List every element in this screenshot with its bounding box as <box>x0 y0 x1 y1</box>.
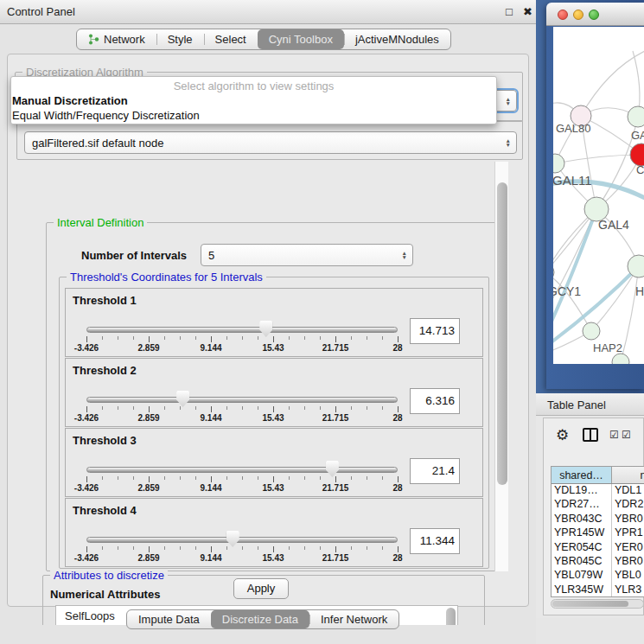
tab-label: Select <box>215 33 246 46</box>
table-row[interactable]: YBL079WYBL0 <box>552 569 644 583</box>
panel-title: Control Panel <box>7 5 75 18</box>
threshold-slider-thumb[interactable] <box>259 321 272 337</box>
tab-label: Infer Network <box>321 613 387 626</box>
numerical-attributes-label: Numerical Attributes <box>50 588 160 601</box>
slider-tick-labels: -3.4262.8599.14415.4321.71528 <box>86 413 398 424</box>
threshold-slider-track[interactable] <box>86 397 398 403</box>
tab-label: jActiveMNodules <box>355 33 439 46</box>
tab-jactivemnodules[interactable]: jActiveMNodules <box>344 29 450 49</box>
threshold-box-1: Threshold 1-3.4262.8599.14415.4321.71528… <box>65 288 483 357</box>
bottom-tab-impute-data[interactable]: Impute Data <box>127 610 211 628</box>
node-label-gal4: GAL4 <box>598 218 629 232</box>
gal11-node[interactable] <box>553 154 564 173</box>
threshold-value-field[interactable]: 11.344 <box>410 528 460 554</box>
slider-tick-labels: -3.4262.8599.14415.4321.71528 <box>86 553 398 564</box>
table-row[interactable]: YBR043CYBR0 <box>552 513 644 526</box>
combo-arrows-icon: ▲▼ <box>402 251 407 259</box>
table-hscrollbar-thumb[interactable] <box>552 601 628 607</box>
algorithm-hint-text: Select algorithm to view settings <box>11 80 496 92</box>
slider-ticks <box>86 406 398 413</box>
top-tab-strip: NetworkStyleSelectCyni ToolboxjActiveMNo… <box>76 29 451 50</box>
slider-ticks <box>86 546 398 553</box>
table-data-groupbox: Table Data galFiltered.sif default node … <box>16 120 523 160</box>
column-header-2[interactable]: na <box>612 467 644 483</box>
slider-ticks <box>86 476 398 483</box>
thresholds-groupbox: Threshold's Coordinates for 5 Intervals … <box>59 277 489 569</box>
algorithm-option-equal-width-frequency-discretization[interactable]: Equal Width/Frequency Discretization <box>11 108 494 123</box>
table-cell: YLR345W <box>552 583 612 597</box>
tab-style[interactable]: Style <box>156 29 204 49</box>
table-row[interactable]: YER054CYER0 <box>552 541 644 555</box>
table-panel-titlebar: Table Panel <box>536 393 644 416</box>
node-label-gal11: GAL11 <box>553 173 592 188</box>
table-cell: YDL19… <box>552 484 612 498</box>
tab-cyni-toolbox[interactable]: Cyni Toolbox <box>258 29 344 49</box>
control-panel-titlebar: Control Panel □ ✖ <box>0 0 536 24</box>
threshold-slider-thumb[interactable] <box>176 391 189 407</box>
column-header-1[interactable]: shared… <box>552 467 612 483</box>
settings-scrollbar-thumb[interactable] <box>497 182 507 485</box>
bottom-tab-infer-network[interactable]: Infer Network <box>309 610 399 628</box>
select-checkbox-icon[interactable]: ☑ <box>609 429 619 441</box>
minimize-traffic-icon[interactable] <box>573 10 583 20</box>
close-panel-icon[interactable]: ✖ <box>523 5 532 18</box>
attributes-group-title: Attributes to discretize <box>50 569 168 582</box>
table-cell: YLR3 <box>612 583 644 597</box>
top-right-node[interactable] <box>628 106 644 127</box>
table-panel-body: ⚙ ☑ ☑ shared…na YDL19…YDL1YDR27…YDR2YBR0… <box>543 418 644 615</box>
algorithm-option-manual-discretization[interactable]: Manual Discretization <box>11 93 494 108</box>
table-cell: YPR145W <box>552 526 612 540</box>
gear-icon[interactable]: ⚙ <box>556 426 569 444</box>
node-label-h: H <box>635 284 644 298</box>
threshold-slider-track[interactable] <box>86 537 398 543</box>
apply-button[interactable]: Apply <box>233 578 289 599</box>
settings-scroll-viewport: Interval Definition Number of Intervals … <box>20 214 506 625</box>
zoom-traffic-icon[interactable] <box>589 10 599 20</box>
threshold-box-2: Threshold 2-3.4262.8599.14415.4321.71528… <box>65 358 483 427</box>
threshold-value-field[interactable]: 14.713 <box>410 318 460 344</box>
tab-label: Cyni Toolbox <box>269 33 333 46</box>
node-label-ga: GA <box>631 129 644 142</box>
threshold-slider-track[interactable] <box>86 327 398 333</box>
float-window-icon[interactable]: □ <box>506 5 513 18</box>
table-cell: YER054C <box>552 541 612 555</box>
tab-label: Discretize Data <box>222 613 298 626</box>
node-label-gal80: GAL80 <box>556 122 590 135</box>
close-traffic-icon[interactable] <box>558 10 568 20</box>
table-row[interactable]: YPR145WYPR1 <box>552 526 644 540</box>
table-row[interactable]: YDR27…YDR2 <box>552 498 644 512</box>
bottom-node[interactable] <box>612 354 629 364</box>
network-canvas[interactable]: GAL80GACGAL11GAL4GCY1HHAP2 <box>553 27 644 364</box>
threshold-value-field[interactable]: 21.4 <box>410 458 460 484</box>
table-row[interactable]: YLR345WYLR3 <box>552 583 644 597</box>
table-horizontal-scrollbar[interactable] <box>551 599 644 609</box>
bottom-tab-strip: Impute DataDiscretize DataInfer Network <box>126 609 399 629</box>
node-table[interactable]: shared…na YDL19…YDL1YDR27…YDR2YBR043CYBR… <box>551 466 644 597</box>
threshold-value-field[interactable]: 6.316 <box>410 388 460 414</box>
hap2-node[interactable] <box>583 322 600 340</box>
threshold-slider-thumb[interactable] <box>326 461 339 477</box>
threshold-label: Threshold 1 <box>73 294 137 307</box>
table-row[interactable]: YDL19…YDL1 <box>552 484 644 498</box>
table-cell: YDL1 <box>612 484 644 498</box>
table-row[interactable]: YBR045CYBR0 <box>552 555 644 569</box>
table-data-combobox[interactable]: galFiltered.sif default node ▲▼ <box>24 131 517 154</box>
network-tab-icon <box>88 34 99 45</box>
tab-select[interactable]: Select <box>204 29 258 49</box>
interval-groupbox: Interval Definition Number of Intervals … <box>46 222 499 571</box>
num-intervals-combobox[interactable]: 5 ▲▼ <box>201 244 413 266</box>
table-cell: YDR2 <box>612 498 644 512</box>
attributes-list-scrollbar[interactable] <box>446 608 456 625</box>
slider-tick-labels: -3.4262.8599.14415.4321.71528 <box>86 483 398 494</box>
split-columns-icon[interactable] <box>583 428 598 442</box>
tab-network[interactable]: Network <box>77 29 156 49</box>
threshold-slider-thumb[interactable] <box>226 531 239 547</box>
num-intervals-value: 5 <box>208 249 214 262</box>
select-checkbox-icon-2[interactable]: ☑ <box>622 429 631 441</box>
table-cell: YBR045C <box>552 555 612 569</box>
network-edge <box>555 155 641 163</box>
table-cell: YBL0 <box>612 569 644 583</box>
threshold-slider-track[interactable] <box>86 467 398 473</box>
bottom-tab-discretize-data[interactable]: Discretize Data <box>211 610 309 628</box>
settings-scrollbar[interactable] <box>494 162 508 571</box>
